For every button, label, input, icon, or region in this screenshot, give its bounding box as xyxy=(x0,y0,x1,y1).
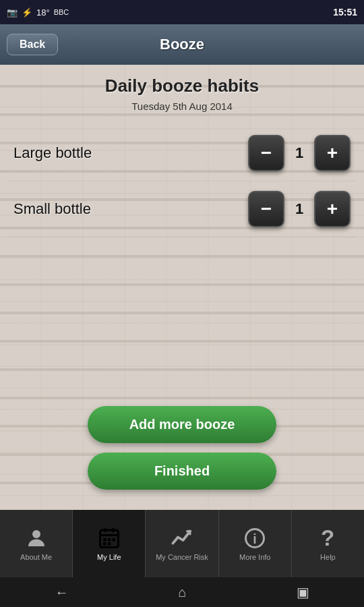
nav-my-life[interactable]: My Life xyxy=(73,510,146,577)
nav-about-me-label: About Me xyxy=(20,553,52,561)
nav-help-label: Help xyxy=(320,553,336,561)
nav-my-cancer-risk-label: My Cancer Risk xyxy=(156,553,208,561)
temperature: 18° xyxy=(36,7,50,18)
system-recent-button[interactable]: ▣ xyxy=(283,579,323,606)
system-home-button[interactable]: ⌂ xyxy=(164,579,200,606)
header: Back Booze xyxy=(0,24,364,65)
nav-help[interactable]: ? Help xyxy=(292,510,364,577)
question-icon: ? xyxy=(315,526,340,550)
svg-text:?: ? xyxy=(321,526,334,550)
small-bottle-count: 1 xyxy=(291,200,307,218)
nav-more-info[interactable]: i More Info xyxy=(219,510,292,577)
large-bottle-decrement[interactable]: − xyxy=(248,135,284,171)
date-label: Tuesday 5th Aug 2014 xyxy=(131,100,233,112)
small-bottle-controls: − 1 + xyxy=(248,191,351,227)
finished-button[interactable]: Finished xyxy=(88,453,276,490)
status-time: 15:51 xyxy=(333,7,357,18)
info-icon: i xyxy=(243,526,267,550)
bolt-icon: ⚡ xyxy=(22,7,32,18)
status-bar: 📷 ⚡ 18° BBC 15:51 xyxy=(0,0,364,24)
small-bottle-increment[interactable]: + xyxy=(314,191,351,227)
add-more-booze-button[interactable]: Add more booze xyxy=(88,406,276,443)
svg-rect-9 xyxy=(108,542,111,546)
back-button[interactable]: Back xyxy=(7,34,58,55)
nav-my-cancer-risk[interactable]: My Cancer Risk xyxy=(146,510,218,577)
large-bottle-count: 1 xyxy=(291,144,307,162)
large-bottle-controls: − 1 + xyxy=(248,135,351,171)
svg-rect-5 xyxy=(103,538,107,542)
nav-about-me[interactable]: About Me xyxy=(0,510,73,577)
camera-icon: 📷 xyxy=(7,7,18,18)
status-left-icons: 📷 ⚡ 18° BBC xyxy=(7,7,69,18)
calendar-icon xyxy=(97,526,121,550)
main-content: Daily booze habits Tuesday 5th Aug 2014 … xyxy=(0,65,364,510)
large-bottle-label: Large bottle xyxy=(13,144,248,162)
bbc-icon: BBC xyxy=(54,8,69,16)
large-bottle-increment[interactable]: + xyxy=(314,135,351,171)
chart-icon xyxy=(170,526,194,550)
small-bottle-decrement[interactable]: − xyxy=(248,191,284,227)
small-bottle-label: Small bottle xyxy=(13,200,248,218)
bottom-nav: About Me My Life My Cancer Risk i More xyxy=(0,510,364,577)
svg-text:i: i xyxy=(253,531,256,546)
nav-my-life-label: My Life xyxy=(97,553,121,561)
svg-point-0 xyxy=(32,530,40,538)
system-nav: ← ⌂ ▣ xyxy=(0,577,364,607)
svg-rect-6 xyxy=(108,538,111,542)
small-bottle-row: Small bottle − 1 + xyxy=(8,181,356,237)
page-title: Daily booze habits xyxy=(105,76,259,96)
svg-rect-8 xyxy=(103,542,107,546)
svg-rect-7 xyxy=(112,538,115,542)
system-back-button[interactable]: ← xyxy=(41,579,82,606)
person-icon xyxy=(24,526,49,550)
large-bottle-row: Large bottle − 1 + xyxy=(8,125,356,181)
nav-more-info-label: More Info xyxy=(239,553,270,561)
header-title: Booze xyxy=(160,36,204,53)
